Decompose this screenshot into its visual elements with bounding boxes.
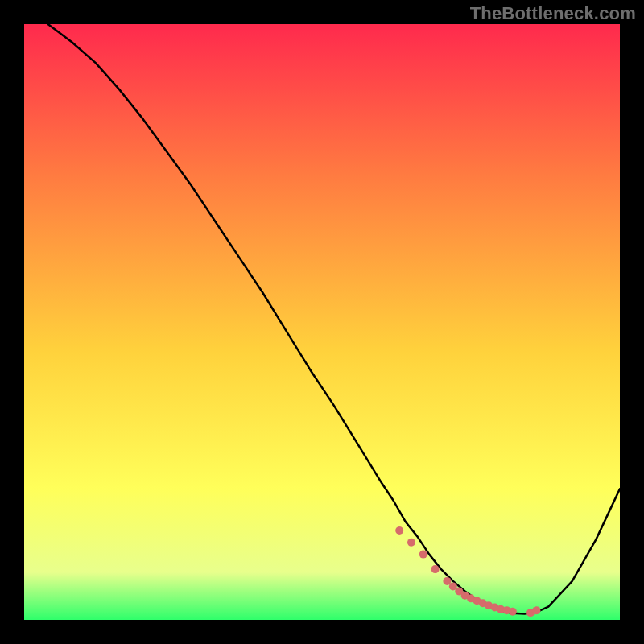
chart-svg — [24, 24, 620, 620]
marker-dot — [407, 539, 415, 547]
marker-dot — [395, 526, 403, 535]
chart-background — [24, 24, 620, 620]
watermark-text: TheBottleneck.com — [470, 3, 636, 24]
marker-dot — [419, 551, 427, 559]
marker-dot — [431, 565, 440, 573]
marker-dot — [509, 608, 517, 616]
marker-dot — [443, 577, 451, 585]
plot-area — [24, 24, 620, 620]
marker-dot — [532, 606, 540, 614]
chart-container: TheBottleneck.com — [0, 0, 644, 644]
